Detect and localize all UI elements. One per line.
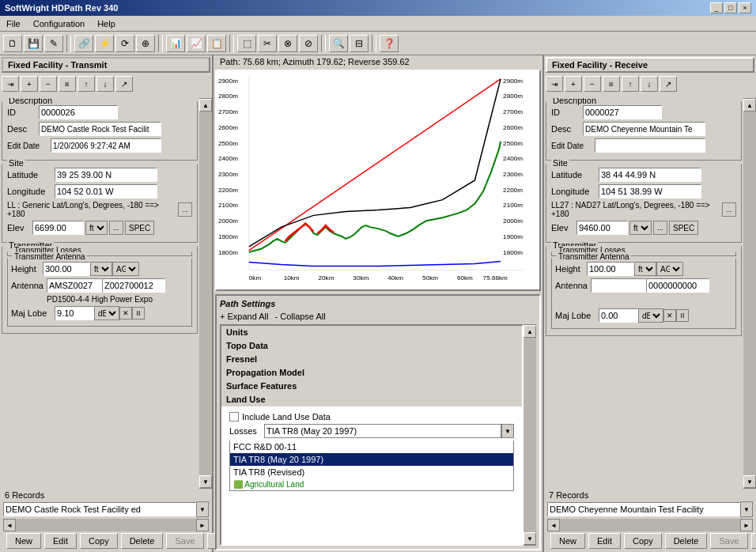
right-id-input[interactable] (583, 105, 662, 119)
left-height-input[interactable] (43, 262, 90, 276)
right-scroll-right-btn[interactable]: ► (740, 519, 753, 531)
left-tb-up[interactable]: ↑ (77, 76, 95, 92)
losses-option-fcc[interactable]: FCC R&D 00-11 (230, 440, 513, 453)
left-elev-dot-btn[interactable]: ... (109, 221, 123, 235)
settings-scroll-up[interactable]: ▲ (524, 325, 536, 338)
left-lat-input[interactable] (55, 168, 157, 182)
right-majlobe-input[interactable] (599, 308, 638, 323)
left-antenna-input1[interactable] (47, 278, 102, 293)
right-scroll-up-btn[interactable]: ▲ (743, 99, 756, 112)
left-height-ref[interactable]: AGL (112, 262, 139, 276)
toolbar-btn-16[interactable]: ⊟ (350, 35, 369, 52)
toolbar-btn-10[interactable]: 📋 (207, 35, 226, 52)
left-scroll-track[interactable] (199, 112, 212, 475)
toolbar-btn-15[interactable]: 🔍 (329, 35, 348, 52)
settings-scrollbar[interactable]: ▲ ▼ (524, 324, 536, 546)
settings-scroll-track[interactable] (524, 338, 536, 532)
left-new-btn[interactable]: New (6, 533, 41, 549)
left-tb-goto[interactable]: ⇥ (2, 76, 19, 92)
right-antenna-input2[interactable] (646, 278, 709, 293)
settings-scroll-down[interactable]: ▼ (524, 532, 536, 545)
right-lon-input[interactable] (599, 184, 701, 198)
left-height-unit[interactable]: ft (90, 262, 112, 276)
right-elev-dot-btn[interactable]: ... (653, 221, 667, 235)
left-copy-btn[interactable]: Copy (80, 533, 118, 549)
right-tb-add[interactable]: + (565, 76, 582, 92)
losses-input[interactable] (264, 424, 501, 438)
right-desc-input[interactable] (583, 122, 705, 136)
left-tb-special[interactable]: ↗ (115, 76, 133, 92)
toolbar-btn-14[interactable]: ⊘ (299, 35, 318, 52)
expand-all-link[interactable]: + Expand All (220, 312, 268, 321)
left-majlobe-x-btn[interactable]: ✕ (119, 307, 132, 319)
toolbar-btn-8[interactable]: 📊 (166, 35, 185, 52)
left-scroll-down-btn[interactable]: ▼ (199, 475, 212, 488)
left-lon-input[interactable] (55, 184, 157, 198)
right-tb-goto[interactable]: ⇥ (546, 76, 563, 92)
right-combo-input[interactable] (547, 502, 740, 516)
right-scroll-left-btn[interactable]: ◄ (547, 519, 560, 531)
menu-help[interactable]: Help (94, 18, 119, 29)
settings-topo[interactable]: Topo Data (221, 339, 522, 353)
right-height-input[interactable] (587, 262, 634, 276)
right-scroll-track[interactable] (743, 112, 756, 475)
left-ll-btn[interactable]: ... (178, 202, 192, 217)
toolbar-btn-5[interactable]: ⚡ (95, 35, 114, 52)
right-spec-btn[interactable]: SPEC (669, 221, 698, 235)
menu-file[interactable]: File (3, 18, 24, 29)
right-editdate-input[interactable] (595, 138, 705, 153)
right-ll-btn[interactable]: ... (722, 202, 736, 217)
settings-units[interactable]: Units (221, 326, 522, 339)
right-edit-btn[interactable]: Edit (588, 533, 621, 549)
toolbar-btn-6[interactable]: ⟳ (115, 35, 134, 52)
left-elev-unit[interactable]: ft (85, 221, 108, 235)
right-majlobe-dot-btn[interactable]: II (676, 309, 689, 322)
left-editdate-input[interactable] (51, 138, 161, 153)
left-delete-btn[interactable]: Delete (121, 533, 164, 549)
toolbar-btn-17[interactable]: ❓ (380, 35, 399, 52)
left-scroll-left-btn[interactable]: ◄ (3, 519, 16, 531)
right-lat-input[interactable] (599, 168, 701, 182)
right-majlobe-x-btn[interactable]: ✕ (663, 309, 676, 322)
losses-option-agri[interactable]: 🟩 Agricultural Land (230, 478, 513, 490)
right-save-btn[interactable]: Save (710, 533, 747, 549)
collapse-all-link[interactable]: - Collapse All (274, 312, 325, 321)
left-scroll-right-btn[interactable]: ► (196, 519, 209, 531)
right-elev-input[interactable] (576, 221, 628, 235)
left-tb-list[interactable]: ≡ (59, 76, 76, 92)
menu-configuration[interactable]: Configuration (30, 18, 88, 29)
toolbar-btn-3[interactable]: ✎ (44, 35, 63, 52)
right-majlobe-unit[interactable]: dBd (638, 308, 663, 323)
left-spec-btn[interactable]: SPEC (125, 221, 154, 235)
right-elev-unit[interactable]: ft (629, 221, 652, 235)
left-majlobe-dot-btn[interactable]: II (132, 307, 145, 319)
losses-dropdown-btn[interactable]: ▼ (501, 424, 514, 438)
left-majlobe-input[interactable] (55, 306, 94, 320)
right-copy-btn[interactable]: Copy (624, 533, 662, 549)
right-height-ref[interactable]: AGL (656, 262, 683, 276)
right-antenna-input1[interactable] (591, 278, 646, 293)
close-button[interactable]: × (739, 2, 751, 13)
left-majlobe-unit[interactable]: dBd (94, 306, 119, 320)
toolbar-btn-7[interactable]: ⊕ (136, 35, 155, 52)
toolbar-btn-2[interactable]: 💾 (24, 35, 43, 52)
right-scroll-down-btn[interactable]: ▼ (743, 475, 756, 488)
toolbar-btn-9[interactable]: 📈 (187, 35, 206, 52)
toolbar-btn-4[interactable]: 🔗 (74, 35, 93, 52)
maximize-button[interactable]: □ (724, 2, 737, 13)
left-id-input[interactable] (39, 105, 118, 119)
settings-surface[interactable]: Surface Features (221, 380, 522, 393)
right-height-unit[interactable]: ft (634, 262, 656, 276)
settings-land-use[interactable]: Land Use (221, 393, 522, 406)
left-tb-down[interactable]: ↓ (96, 76, 114, 92)
left-scroll-h-track[interactable] (16, 519, 196, 531)
minimize-button[interactable]: _ (710, 2, 723, 13)
toolbar-btn-1[interactable]: 🗋 (3, 35, 22, 52)
left-scrollbar[interactable]: ▲ ▼ (199, 98, 212, 489)
toolbar-btn-11[interactable]: ⬚ (237, 35, 256, 52)
right-scrollbar[interactable]: ▲ ▼ (743, 98, 756, 489)
right-delete-btn[interactable]: Delete (665, 533, 708, 549)
left-combo-input[interactable] (3, 502, 196, 516)
right-new-btn[interactable]: New (550, 533, 585, 549)
right-combo-dropdown-btn[interactable]: ▼ (740, 501, 753, 517)
